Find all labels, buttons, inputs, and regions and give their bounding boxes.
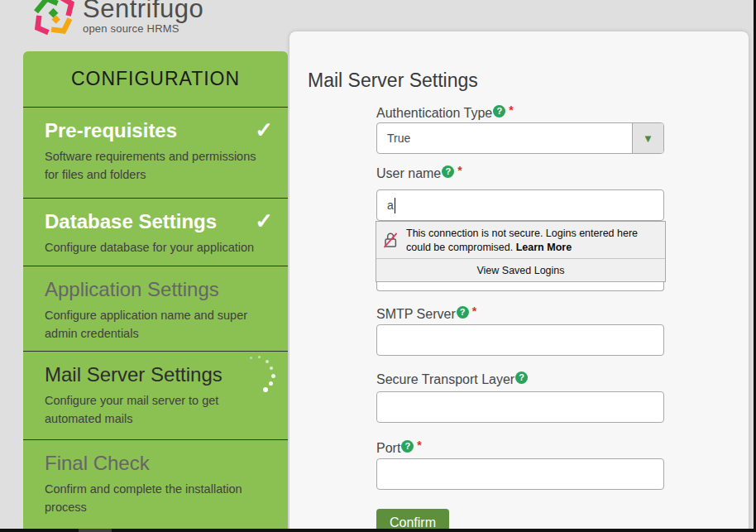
port-input[interactable]	[376, 458, 664, 490]
loading-spinner-icon	[246, 353, 280, 393]
insecure-lock-icon	[383, 231, 399, 249]
screen-bottom-border	[0, 529, 756, 532]
username-label: User name?*	[376, 164, 664, 182]
step-description: Configure database for your application	[45, 238, 272, 256]
text-cursor	[395, 198, 395, 213]
sidebar-item-database-settings[interactable]: Database Settings ✓ Configure database f…	[23, 199, 288, 266]
learn-more-link[interactable]: Learn More	[516, 242, 572, 253]
warning-message-row: This connection is not secure. Logins en…	[376, 222, 665, 259]
help-icon[interactable]: ?	[442, 165, 454, 178]
smtp-server-label: SMTP Server?*	[376, 304, 664, 323]
step-description: Software requirements and permissions fo…	[45, 147, 272, 184]
secure-transport-layer-input[interactable]	[376, 391, 664, 423]
smtp-server-input[interactable]	[376, 324, 664, 356]
sidebar-item-application-settings[interactable]: Application Settings Configure applicati…	[23, 266, 288, 352]
secure-transport-layer-label: Secure Transport Layer?	[376, 371, 664, 390]
app-title: Sentrifugo	[83, 0, 203, 22]
step-description: Configure your mail server to get automa…	[45, 391, 272, 428]
mail-server-settings-panel: Mail Server Settings Authentication Type…	[289, 31, 749, 532]
step-title: Database Settings	[45, 209, 276, 234]
authentication-type-select[interactable]: True ▼	[376, 122, 664, 154]
check-icon: ✓	[255, 208, 273, 234]
check-icon: ✓	[255, 117, 273, 143]
select-value: True	[387, 132, 632, 145]
step-description: Confirm and complete the installation pr…	[45, 480, 272, 516]
mail-server-form: Authentication Type?* True ▼ User name?*…	[376, 103, 664, 532]
sidebar-item-final-check[interactable]: Final Check Confirm and complete the ins…	[23, 440, 288, 530]
authentication-type-label: Authentication Type?*	[376, 103, 664, 122]
help-icon[interactable]: ?	[493, 105, 505, 117]
required-marker: *	[457, 164, 462, 177]
help-icon[interactable]: ?	[515, 371, 528, 384]
chevron-down-icon: ▼	[643, 133, 653, 144]
configuration-sidebar: CONFIGURATION Pre-requisites ✓ Software …	[23, 51, 288, 530]
port-label: Port?*	[376, 439, 664, 457]
step-title: Pre-requisites	[45, 118, 276, 143]
required-marker: *	[509, 103, 513, 117]
sentrifugo-logo-icon	[30, 0, 76, 36]
sidebar-header: CONFIGURATION	[23, 51, 288, 108]
help-icon[interactable]: ?	[457, 306, 469, 319]
password-input-partial[interactable]	[376, 282, 664, 291]
app-subtitle: open source HRMS	[83, 22, 203, 35]
dropdown-button[interactable]: ▼	[632, 123, 663, 153]
page-title: Mail Server Settings	[308, 69, 478, 92]
required-marker: *	[472, 304, 476, 318]
sentrifugo-logo: Sentrifugo open source HRMS	[30, 0, 203, 36]
insecure-login-warning-popup: This connection is not secure. Logins en…	[376, 221, 666, 282]
sidebar-item-mail-server-settings[interactable]: Mail Server Settings Configure your mail…	[23, 352, 288, 440]
username-input[interactable]: a	[376, 189, 664, 221]
sidebar-item-pre-requisites[interactable]: Pre-requisites ✓ Software requirements a…	[23, 108, 288, 199]
required-marker: *	[417, 439, 421, 452]
view-saved-logins-button[interactable]: View Saved Logins	[376, 259, 665, 281]
username-value: a	[387, 199, 394, 212]
step-title: Mail Server Settings	[45, 362, 276, 387]
step-title: Application Settings	[45, 277, 276, 302]
step-title: Final Check	[45, 451, 276, 476]
screen-bottom-border-segment	[79, 529, 112, 532]
step-description: Configure application name and super adm…	[45, 306, 272, 343]
help-icon[interactable]: ?	[401, 440, 414, 453]
